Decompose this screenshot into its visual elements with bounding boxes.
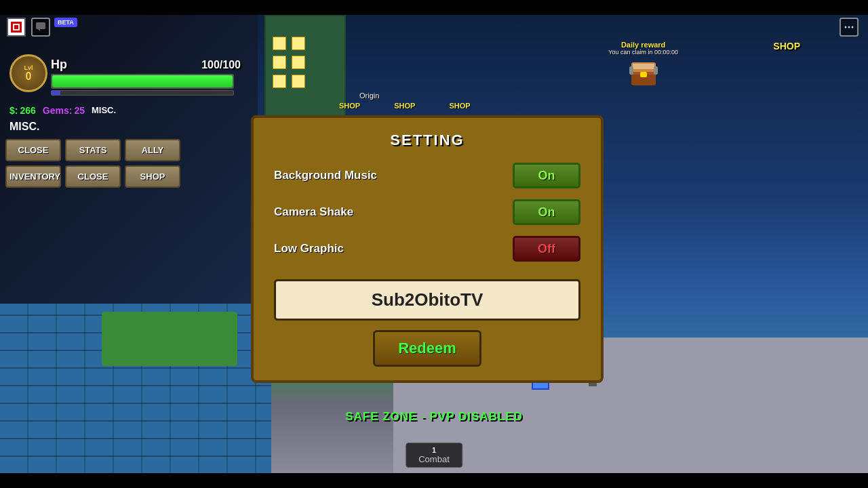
beta-badge: BETA — [54, 18, 77, 27]
shop-label-right: SHOP — [773, 41, 800, 52]
background-music-row: Background Music On — [274, 163, 580, 188]
svg-rect-12 — [640, 72, 647, 77]
svg-rect-2 — [14, 25, 18, 29]
menu-icon[interactable] — [840, 18, 859, 37]
shop-labels-top: SHOP SHOP SHOP — [339, 102, 471, 110]
svg-rect-14 — [654, 66, 658, 75]
black-bar-top — [0, 0, 868, 15]
window — [273, 75, 286, 88]
inventory-button[interactable]: INVENTORY — [5, 165, 61, 188]
level-badge: Lvl 0 — [9, 54, 47, 92]
gems-value: 25 — [74, 105, 85, 116]
building-windows — [273, 37, 305, 88]
misc-section-label: MISC. — [9, 121, 39, 133]
ally-button[interactable]: ALLY — [125, 139, 180, 161]
daily-reward-text: Daily reward — [608, 41, 678, 49]
combat-number: 1 — [418, 446, 450, 454]
svg-rect-3 — [36, 22, 45, 29]
xp-bar-inner — [52, 91, 60, 95]
setting-title: SETTING — [274, 131, 580, 149]
low-graphic-row: Low Graphic Off — [274, 236, 580, 262]
redeem-button[interactable]: Redeem — [373, 330, 481, 367]
combat-label: Combat — [418, 454, 450, 464]
chest-icon — [627, 56, 660, 88]
svg-point-5 — [845, 26, 847, 28]
low-graphic-toggle[interactable]: Off — [513, 236, 580, 262]
camera-shake-toggle[interactable]: On — [513, 199, 580, 225]
gems-label: Gems: — [43, 105, 73, 116]
shop-label-2: SHOP — [394, 102, 415, 110]
grass-patch — [102, 312, 237, 366]
level-value: 0 — [26, 71, 32, 82]
shop-label-1: SHOP — [339, 102, 360, 110]
money-value: 266 — [20, 105, 35, 116]
xp-bar-outer — [51, 90, 234, 96]
camera-shake-label: Camera Shake — [274, 205, 353, 219]
camera-shake-row: Camera Shake On — [274, 199, 580, 225]
shop-label-3: SHOP — [449, 102, 470, 110]
background-music-toggle[interactable]: On — [513, 163, 580, 188]
background-music-label: Background Music — [274, 169, 377, 182]
gems-display: Gems: 25 — [43, 105, 85, 116]
black-bar-bottom — [0, 473, 868, 488]
hp-label: Hp — [51, 58, 67, 72]
currency-row: $: 266 Gems: 25 MISC. — [9, 105, 116, 116]
low-graphic-label: Low Graphic — [274, 242, 344, 256]
hp-bar-inner — [52, 75, 233, 87]
shop-button[interactable]: SHOP — [125, 165, 180, 188]
close-button-2[interactable]: CLOSE — [65, 165, 121, 188]
money-display: $: 266 — [9, 105, 36, 116]
promo-code-input[interactable] — [274, 279, 580, 321]
window — [292, 56, 305, 69]
svg-rect-11 — [633, 64, 654, 69]
safe-zone-text: SAFE ZONE - PVP DISABLED — [345, 410, 523, 424]
window — [273, 37, 286, 50]
chat-icon[interactable] — [31, 18, 50, 37]
hp-bar-outer — [51, 74, 234, 89]
svg-marker-4 — [38, 29, 40, 31]
daily-reward[interactable]: Daily reward You can claim in 00:00:00 — [608, 41, 678, 91]
daily-reward-sub: You can claim in 00:00:00 — [608, 49, 678, 56]
nav-buttons: CLOSE STATS ALLY INVENTORY CLOSE SHOP — [5, 139, 180, 188]
window — [292, 37, 305, 50]
dollar-sign: $: — [9, 105, 18, 116]
svg-point-6 — [848, 26, 850, 28]
window — [273, 56, 286, 69]
setting-panel: SETTING Background Music On Camera Shake… — [251, 115, 604, 383]
roblox-logo-icon[interactable] — [7, 18, 26, 37]
stats-button[interactable]: STATS — [65, 139, 121, 161]
svg-point-7 — [852, 26, 854, 28]
origin-label: Origin — [359, 92, 379, 100]
misc-label-currency: MISC. — [92, 105, 116, 116]
window — [292, 75, 305, 88]
combat-bar: 1 Combat — [406, 443, 462, 468]
hp-bar-container: Hp 100/100 — [51, 58, 241, 96]
hp-value: 100/100 — [201, 59, 241, 71]
close-button-1[interactable]: CLOSE — [5, 139, 61, 161]
svg-rect-13 — [629, 66, 633, 75]
